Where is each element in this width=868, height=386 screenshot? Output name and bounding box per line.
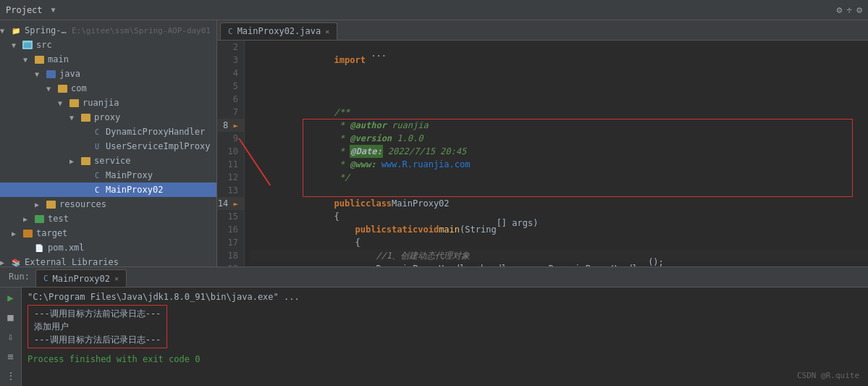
settings-icon[interactable]: ⚙ — [856, 4, 862, 15]
ln-10: 10 — [217, 145, 244, 158]
tree-item-proxy[interactable]: ▼ proxy — [0, 110, 216, 125]
ln-17: 17 — [217, 236, 244, 249]
ln-9: 9 — [217, 132, 244, 145]
code-line-11: * @www: www.R.ruanjia.com — [250, 158, 868, 171]
external-libs-label: External Libraries — [25, 257, 119, 267]
tree-item-external-libs[interactable]: ▶ 📚 External Libraries — [0, 255, 216, 267]
run-tab-close-icon[interactable]: ✕ — [114, 274, 119, 282]
arrow-icon: ▼ — [58, 99, 68, 107]
main-folder-icon — [33, 54, 45, 65]
arrow-icon: ▶ — [35, 201, 45, 209]
service-folder-icon — [80, 155, 91, 167]
tree-item-user-service-impl-proxy[interactable]: ▶ U UserServiceImplProxy — [0, 139, 216, 154]
console-output-box: ---调用目标方法前记录日志--- 添加用户 ---调用目标方法后记录日志--- — [28, 305, 167, 348]
arrow-icon: ▼ — [46, 85, 56, 93]
console-cmd-line: "C:\Program Files\Java\jdk1.8.0_91\bin\j… — [28, 290, 862, 303]
target-folder-icon — [22, 227, 33, 239]
tree-item-resources[interactable]: ▶ resources — [0, 197, 216, 211]
cmd-text: "C:\Program Files\Java\jdk1.8.0_91\bin\j… — [28, 292, 300, 302]
tab-label: MainProxy02.java — [237, 26, 321, 36]
project-path: E:\gitee\ssm\Spring-AOP-day01 — [72, 26, 211, 35]
proxy-label: proxy — [94, 112, 120, 122]
main-label: main — [48, 54, 69, 64]
split-icon[interactable]: ÷ — [846, 4, 852, 15]
console-finish-line: Process finished with exit code 0 — [28, 353, 862, 366]
test-folder-icon — [33, 213, 45, 225]
more-button[interactable]: ⋮ — [3, 368, 19, 383]
toolbar-dropdown-icon[interactable]: ▼ — [51, 6, 56, 14]
console-line-2: 添加用户 — [34, 320, 161, 333]
editor-tabs: C MainProxy02.java ✕ — [217, 20, 868, 41]
toolbar-icons: ⚙ ÷ ⚙ — [837, 4, 862, 15]
editor-tab-main-proxy02[interactable]: C MainProxy02.java ✕ — [220, 22, 337, 40]
user-service-impl-proxy-label: UserServiceImplProxy — [106, 141, 211, 151]
resources-label: resources — [59, 199, 106, 209]
tree-item-main[interactable]: ▼ main — [0, 52, 216, 67]
arrow-icon: ▼ — [23, 56, 33, 64]
tree-item-com[interactable]: ▼ com — [0, 81, 216, 96]
java-file-icon2: U — [91, 140, 103, 152]
tree-item-service[interactable]: ▶ service — [0, 154, 216, 168]
tree-item-pom[interactable]: ▶ 📄 pom.xml — [0, 240, 216, 255]
java-folder-icon — [45, 68, 56, 80]
tree-item-spring-aop[interactable]: ▼ 📁 Spring-AOP-day01 E:\gitee\ssm\Spring… — [0, 23, 216, 38]
svg-rect-1 — [24, 43, 31, 48]
settings-button[interactable]: ≡ — [3, 348, 19, 364]
code-line-14: public class MainProxy02 — [250, 197, 868, 210]
external-libs-icon: 📚 — [10, 256, 22, 267]
code-line-6 — [250, 93, 868, 106]
bottom-tabs: Run: C MainProxy02 ✕ — [0, 267, 868, 288]
arrow-icon: ▶ — [23, 215, 33, 223]
run-label: Run: — [3, 267, 35, 287]
run-button[interactable]: ▶ — [3, 290, 19, 306]
code-line-8: * @author ruanjia — [250, 119, 868, 132]
target-label: target — [36, 228, 67, 238]
main-proxy02-label: MainProxy02 — [106, 185, 163, 195]
tree-item-java[interactable]: ▼ java — [0, 67, 216, 81]
tab-close-icon[interactable]: ✕ — [325, 28, 329, 35]
com-label: com — [71, 83, 87, 93]
tree-item-target[interactable]: ▶ target — [0, 226, 216, 240]
java-label: java — [59, 69, 80, 79]
gear-icon[interactable]: ⚙ — [837, 4, 843, 15]
ruanjia-label: ruanjia — [83, 98, 119, 108]
scroll-end-button[interactable]: ⇩ — [3, 330, 19, 345]
code-content[interactable]: import ... /** * @author ruanjia * @vers… — [245, 41, 868, 267]
service-label: service — [94, 156, 131, 166]
tree-item-main-proxy[interactable]: ▶ C MainProxy — [0, 168, 216, 182]
stop-button[interactable]: ■ — [3, 310, 19, 325]
src-label: src — [36, 40, 52, 50]
ln-3: 3 — [217, 54, 244, 67]
bottom-tab-main-proxy02[interactable]: C MainProxy02 ✕ — [35, 269, 127, 287]
tree-item-dynamic-proxy-handler[interactable]: ▶ C DynamicProxyHandler — [0, 125, 216, 139]
bottom-content: ▶ ■ ⇩ ≡ ⋮ "C:\Program Files\Java\jdk1.8.… — [0, 288, 868, 386]
src-folder-icon — [22, 39, 33, 51]
tree-item-ruanjia[interactable]: ▼ ruanjia — [0, 96, 216, 110]
code-line-5 — [250, 80, 868, 93]
code-line-7: /** — [250, 106, 868, 119]
main-proxy-icon: C — [91, 169, 103, 181]
ln-4: 4 — [217, 67, 244, 80]
console-sidebar-icons: ▶ ■ ⇩ ≡ ⋮ — [0, 288, 22, 386]
code-line-4 — [250, 67, 868, 80]
project-title: Project — [6, 5, 43, 15]
project-tree: ▼ 📁 Spring-AOP-day01 E:\gitee\ssm\Spring… — [0, 20, 216, 267]
line-numbers: 2 3 4 5 6 7 8 ► 9 10 11 12 13 14 ► 15 16… — [217, 41, 245, 267]
bottom-panel: Run: C MainProxy02 ✕ ▶ ■ ⇩ ≡ ⋮ "C:\Progr… — [0, 267, 868, 386]
arrow-icon: ▼ — [35, 70, 45, 78]
tree-item-main-proxy02[interactable]: ▶ C MainProxy02 — [0, 182, 216, 197]
ln-14: 14 ► — [217, 197, 244, 210]
tree-item-src[interactable]: ▼ src — [0, 38, 216, 52]
main-proxy-label: MainProxy — [106, 170, 153, 180]
app-container: Project ▼ ⚙ ÷ ⚙ ▼ 📁 Spring-AOP-day01 E:\… — [0, 0, 868, 386]
ln-15: 15 — [217, 210, 244, 223]
code-line-19: DynamicProxyHandler handler = new Dynami… — [250, 262, 868, 267]
tree-item-test[interactable]: ▶ test — [0, 211, 216, 226]
ln-19: 19 — [217, 262, 244, 267]
resources-folder-icon — [45, 198, 56, 210]
arrow-icon: ▼ — [0, 27, 10, 35]
project-icon: 📁 — [10, 25, 22, 36]
project-label: Spring-AOP-day01 — [25, 25, 67, 35]
run-tab-label: MainProxy02 — [53, 274, 110, 284]
arrow-icon: ▶ — [0, 259, 10, 267]
